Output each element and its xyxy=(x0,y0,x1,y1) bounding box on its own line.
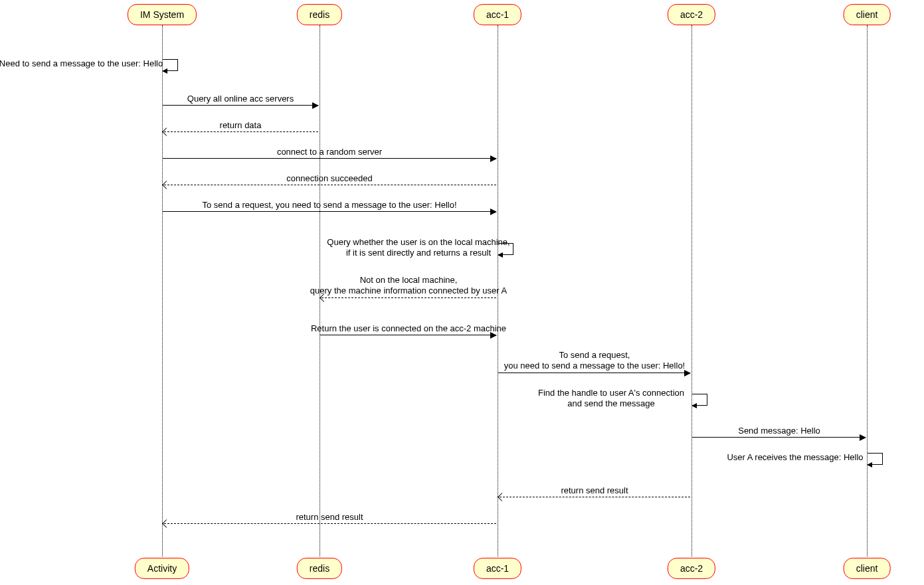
msg-not-local-l2: query the machine information connected … xyxy=(310,286,507,295)
arrow-m5 xyxy=(163,211,496,212)
lifeline-client xyxy=(867,25,868,556)
participant-redis-top: redis xyxy=(297,4,342,25)
arrow-m9 xyxy=(498,373,690,373)
arrow-m8 xyxy=(320,335,496,335)
participant-acc2-top: acc-2 xyxy=(668,4,715,25)
msg-query-local-machine: Query whether the user is on the local m… xyxy=(327,237,509,259)
self-loop-m0 xyxy=(163,59,178,71)
participant-client-bottom: client xyxy=(844,558,891,579)
arrow-m13 xyxy=(500,497,690,497)
msg-connect-random: connect to a random server xyxy=(277,147,382,157)
self-loop-m10 xyxy=(692,394,707,406)
msg-find-handle: Find the handle to user A's connection a… xyxy=(538,388,684,410)
msg-find-handle-l2: and send the message xyxy=(567,398,655,408)
msg-send-request-hello: To send a request, you need to send a me… xyxy=(202,200,456,210)
arrow-m11 xyxy=(692,437,866,438)
participant-acc2-bottom: acc-2 xyxy=(668,558,715,579)
msg-query-local-l2: if it is sent directly and returns a res… xyxy=(346,248,491,258)
msg-query-local-l1: Query whether the user is on the local m… xyxy=(327,237,509,247)
msg-not-local-query: Not on the local machine, query the mach… xyxy=(310,275,507,297)
msg-forward-l2: you need to send a message to the user: … xyxy=(504,361,685,371)
participant-acc1-top: acc-1 xyxy=(474,4,521,25)
participant-activity-bottom: Activity xyxy=(135,558,189,579)
msg-send-hello-client: Send message: Hello xyxy=(738,426,820,436)
msg-need-send-hello: Need to send a message to the user: Hell… xyxy=(0,58,163,69)
sequence-diagram: IM System redis acc-1 acc-2 client Activ… xyxy=(0,0,924,585)
msg-forward-request: To send a request, you need to send a me… xyxy=(504,350,685,372)
msg-user-receives: User A receives the message: Hello xyxy=(727,452,863,463)
arrow-m1 xyxy=(163,105,318,106)
msg-return-result-1: return send result xyxy=(561,485,628,496)
self-loop-m6 xyxy=(498,243,513,255)
msg-not-local-l1: Not on the local machine, xyxy=(360,275,458,285)
participant-redis-bottom: redis xyxy=(297,558,342,579)
msg-return-data: return data xyxy=(220,120,262,131)
msg-find-handle-l1: Find the handle to user A's connection xyxy=(538,388,684,398)
participant-im-system-top: IM System xyxy=(128,4,197,25)
participant-client-top: client xyxy=(844,4,891,25)
msg-connection-succeeded: connection succeeded xyxy=(286,173,372,184)
msg-forward-l1: To send a request, xyxy=(559,350,630,360)
msg-query-online-servers: Query all online acc servers xyxy=(187,94,294,104)
lifeline-acc-2 xyxy=(692,25,692,556)
arrow-m3 xyxy=(163,158,496,159)
arrow-m7 xyxy=(322,297,496,298)
self-loop-m12 xyxy=(868,453,883,465)
arrow-m4 xyxy=(164,185,496,185)
participant-acc1-bottom: acc-1 xyxy=(474,558,521,579)
arrow-m2 xyxy=(164,131,318,132)
msg-return-result-2: return send result xyxy=(296,512,363,523)
msg-user-on-acc2: Return the user is connected on the acc-… xyxy=(311,323,506,334)
arrow-m14 xyxy=(164,523,496,524)
